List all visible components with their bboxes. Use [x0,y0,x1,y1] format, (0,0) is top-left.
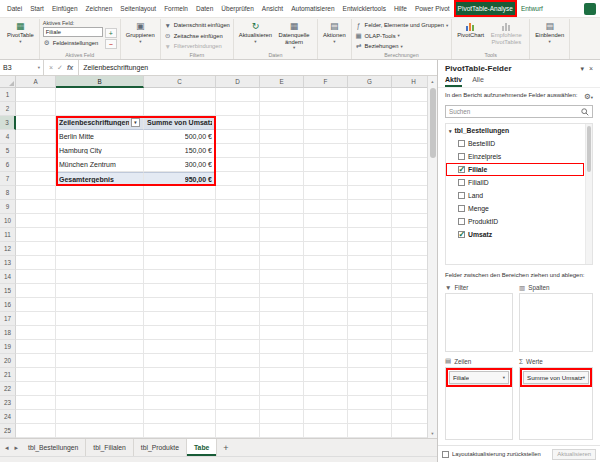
cell-d10[interactable] [216,214,260,228]
cell-h7[interactable] [392,172,427,186]
panel-tab-aktiv[interactable]: Aktiv [445,76,462,87]
cell-e14[interactable] [260,270,304,284]
checkbox-filialid[interactable] [458,179,465,186]
row-header-7[interactable]: 7 [0,172,16,186]
cell-b4[interactable]: Berlin Mitte [56,130,144,144]
select-all-corner[interactable] [0,76,16,88]
column-header-g[interactable]: G [348,76,392,88]
field-item-land[interactable]: Land [446,189,584,202]
drillup-button[interactable]: − [105,39,117,49]
gear-icon[interactable]: ⚙▾ [584,92,593,101]
formula-input[interactable]: Zeilenbeschriftungen [79,60,437,75]
checkbox-menge[interactable] [458,205,465,212]
cell-c3[interactable]: Summe von Umsatz [144,116,216,130]
zeitachse-einfügen-button[interactable]: ⊙Zeitachse einfügen [164,31,230,42]
field-item-umsatz[interactable]: Umsatz [446,228,584,241]
field-list-scrollbar[interactable] [585,124,592,264]
cell-g8[interactable] [348,186,392,200]
cell-c10[interactable] [144,214,216,228]
cell-g21[interactable] [348,368,392,382]
cell-g15[interactable] [348,284,392,298]
cell-h3[interactable] [392,116,427,130]
cell-d19[interactable] [216,340,260,354]
cell-h14[interactable] [392,270,427,284]
cell-g9[interactable] [348,200,392,214]
cell-a13[interactable] [16,256,56,270]
search-input[interactable] [449,108,581,115]
cell-d24[interactable] [216,410,260,424]
cell-b7[interactable]: Gesamtergebnis [56,172,144,186]
cell-g20[interactable] [348,354,392,368]
datenschnitt-einfügen-button[interactable]: ▼Datenschnitt einfügen [164,20,230,31]
checkbox-bestellid[interactable] [458,140,465,147]
cell-d2[interactable] [216,102,260,116]
row-header-4[interactable]: 4 [0,130,16,144]
row-header-13[interactable]: 13 [0,256,16,270]
cell-c23[interactable] [144,396,216,410]
checkbox-produktid[interactable] [458,218,465,225]
pivottable-menu-button[interactable]: ▦ PivotTable ▾ [5,20,36,45]
cell-c12[interactable] [144,242,216,256]
cell-h1[interactable] [392,88,427,102]
cell-h5[interactable] [392,144,427,158]
cell-e3[interactable] [260,116,304,130]
cell-e18[interactable] [260,326,304,340]
ribbon-tab-pivottable-analyse[interactable]: PivotTable-Analyse [454,0,517,17]
cell-g16[interactable] [348,298,392,312]
defer-layout-checkbox[interactable] [442,451,449,458]
cell-g1[interactable] [348,88,392,102]
row-header-9[interactable]: 9 [0,200,16,214]
cell-g10[interactable] [348,214,392,228]
field-item-menge[interactable]: Menge [446,202,584,215]
field-item-einzelpreis[interactable]: Einzelpreis [446,150,584,163]
cell-a19[interactable] [16,340,56,354]
ribbon-tab-ansicht[interactable]: Ansicht [258,0,287,17]
cell-d15[interactable] [216,284,260,298]
cell-a9[interactable] [16,200,56,214]
cell-a18[interactable] [16,326,56,340]
ribbon-tab-daten[interactable]: Daten [192,0,217,17]
cell-b11[interactable] [56,228,144,242]
area-field-summe-von-umsatz[interactable]: Summe von Umsatz▾ [523,371,589,384]
field-item-bestellid[interactable]: BestellID [446,137,584,150]
ribbon-tab-formeln[interactable]: Formeln [160,0,192,17]
cell-e6[interactable] [260,158,304,172]
cell-e9[interactable] [260,200,304,214]
cell-h6[interactable] [392,158,427,172]
cell-h8[interactable] [392,186,427,200]
cell-e13[interactable] [260,256,304,270]
cell-a5[interactable] [16,144,56,158]
cell-e7[interactable] [260,172,304,186]
cell-e8[interactable] [260,186,304,200]
row-header-23[interactable]: 23 [0,396,16,410]
column-header-d[interactable]: D [216,76,260,88]
cell-c16[interactable] [144,298,216,312]
cell-c18[interactable] [144,326,216,340]
cell-e20[interactable] [260,354,304,368]
area-box-filter[interactable] [445,293,513,352]
cell-c14[interactable] [144,270,216,284]
cell-b9[interactable] [56,200,144,214]
cell-e25[interactable] [260,424,304,438]
cell-c13[interactable] [144,256,216,270]
cell-f21[interactable] [304,368,348,382]
cell-b14[interactable] [56,270,144,284]
cell-f25[interactable] [304,424,348,438]
cell-d7[interactable] [216,172,260,186]
cell-a11[interactable] [16,228,56,242]
cell-a4[interactable] [16,130,56,144]
field-table-tbl-bestellungen[interactable]: ▾tbl_Bestellungen [446,124,584,137]
cell-f12[interactable] [304,242,348,256]
cell-g22[interactable] [348,382,392,396]
cell-a25[interactable] [16,424,56,438]
cell-b20[interactable] [56,354,144,368]
cell-a20[interactable] [16,354,56,368]
olap-tools-button[interactable]: ▦OLAP-Tools▾ [355,31,449,42]
cell-c17[interactable] [144,312,216,326]
cell-b1[interactable] [56,88,144,102]
row-header-18[interactable]: 18 [0,326,16,340]
sheet-tab-tbl-bestellungen[interactable]: tbl_Bestellungen [21,439,86,456]
cell-f10[interactable] [304,214,348,228]
update-button[interactable]: Aktualisieren [552,449,596,460]
cell-g5[interactable] [348,144,392,158]
